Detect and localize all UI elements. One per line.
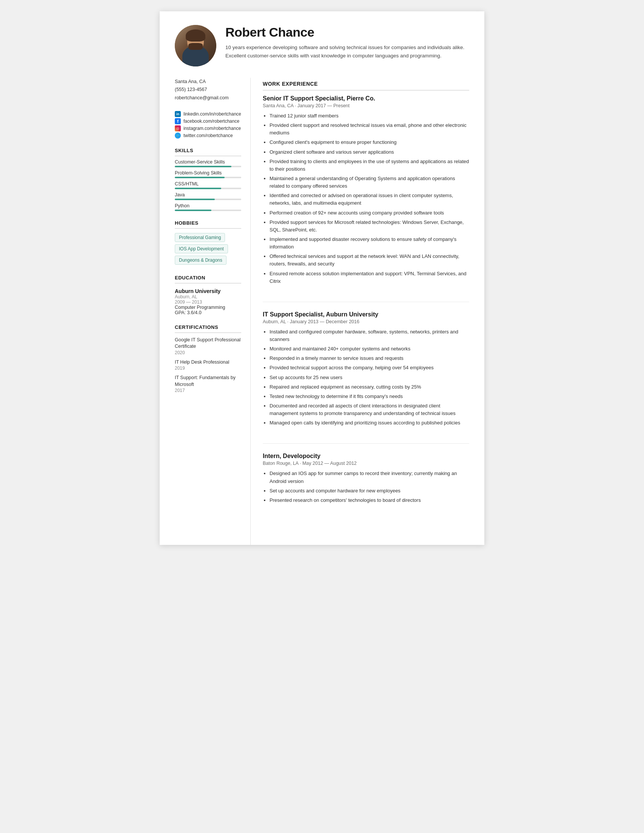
social-linkedin[interactable]: in linkedin.com/in/robertchance [175,111,241,117]
candidate-summary: 10 years experience developing software … [225,43,469,60]
job-meta-3: Baton Rouge, LA · May 2012 — August 2012 [263,461,469,466]
bullet-item: Managed open calls by identifying and pr… [270,419,469,427]
contact-email: robertchance@gmail.com [175,94,241,102]
hobby-tag: Professional Gaming [175,233,225,242]
bullet-item: Set up accounts for 25 new users [270,374,469,381]
contact-phone: (555) 123-4567 [175,86,241,94]
skill-java: Java [175,192,241,200]
job-bullets-2: Installed and configured computer hardwa… [263,328,469,427]
school-gpa: GPA: 3.6/4.0 [175,310,241,315]
bullet-item: Organized client software and various se… [270,148,469,156]
cert-helpdesk: IT Help Desk Professional [175,359,241,366]
social-facebook[interactable]: f facebook.com/robertchance [175,118,241,124]
bullet-item: Installed and configured computer hardwa… [270,328,469,343]
skill-css-html: CSS/HTML [175,181,241,189]
bullet-item: Trained 12 junior staff members [270,112,469,120]
certifications-title: CERTIFICATIONS [175,324,241,333]
skill-name: CSS/HTML [175,181,241,187]
cert-year: 2019 [175,365,241,371]
bullet-item: Implemented and supported disaster recov… [270,236,469,251]
avatar [175,25,216,66]
school-years: 2009 — 2013 [175,299,241,305]
header-text: Robert Chance 10 years experience develo… [225,25,469,60]
linkedin-icon: in [175,111,181,117]
skill-bar-bg [175,188,241,189]
skill-name: Java [175,192,241,198]
job-bullets-1: Trained 12 junior staff members Provided… [263,112,469,285]
bullet-item: Identified and corrected or advised on o… [270,192,469,207]
candidate-name: Robert Chance [225,25,469,40]
cert-year: 2017 [175,388,241,393]
job-title-1: Senior IT Support Specialist, Pierre Co. [263,95,469,102]
bullet-item: Responded in a timely manner to service … [270,355,469,362]
school-location: Auburn, AL [175,294,241,299]
bullet-item: Provided client support and resolved tec… [270,122,469,137]
contact-location: Santa Ana, CA [175,78,241,86]
skill-bar-fill [175,209,211,211]
skill-problem-solving: Problem-Solving Skills [175,170,241,178]
resume-container: Robert Chance 10 years experience develo… [160,11,484,545]
header-section: Robert Chance 10 years experience develo… [160,11,484,78]
instagram-url: instagram.com/robertchance [183,126,241,131]
bullet-item: Ensured remote access solution implement… [270,270,469,285]
hobby-tag: Dungeons & Dragons [175,256,226,265]
body-section: Santa Ana, CA (555) 123-4567 robertchanc… [160,78,484,545]
school-name: Auburn University [175,288,241,294]
skills-title: SKILLS [175,148,241,156]
cert-microsoft: IT Support: Fundamentals by Microsoft [175,375,241,388]
social-instagram[interactable]: ◎ instagram.com/robertchance [175,125,241,132]
cert-google: Google IT Support Professional Certifica… [175,337,241,350]
job-entry-1: Senior IT Support Specialist, Pierre Co.… [263,95,469,302]
sidebar: Santa Ana, CA (555) 123-4567 robertchanc… [160,78,250,545]
bullet-item: Maintained a general understanding of Op… [270,175,469,190]
social-twitter[interactable]: 🐦 twitter.com/robertchance [175,132,241,138]
skill-bar-bg [175,166,241,167]
work-experience-title: WORK EXPERIENCE [263,81,469,91]
skill-bar-bg [175,177,241,178]
skill-bar-bg [175,209,241,211]
skill-bar-fill [175,177,225,178]
school-major: Computer Programming [175,305,241,310]
bullet-item: Provided training to clients and employe… [270,158,469,173]
skills-section: SKILLS Customer-Service Skills Problem-S… [175,148,241,211]
skill-customer-service: Customer-Service Skills [175,159,241,167]
job-entry-3: Intern, Developocity Baton Rouge, LA · M… [263,453,469,521]
certifications-section: CERTIFICATIONS Google IT Support Profess… [175,324,241,394]
skill-python: Python [175,203,241,211]
bullet-item: Designed an IOS app for summer camps to … [270,470,469,485]
social-section: in linkedin.com/in/robertchance f facebo… [175,111,241,138]
facebook-url: facebook.com/robertchance [183,119,239,124]
hobbies-section: HOBBIES Professional Gaming IOS App Deve… [175,220,241,266]
linkedin-url: linkedin.com/in/robertchance [183,111,241,117]
main-content: WORK EXPERIENCE Senior IT Support Specia… [250,78,484,545]
twitter-url: twitter.com/robertchance [183,133,233,138]
job-entry-2: IT Support Specialist, Auburn University… [263,311,469,444]
facebook-icon: f [175,118,181,124]
bullet-item: Repaired and replaced equipment as neces… [270,383,469,391]
job-bullets-3: Designed an IOS app for summer camps to … [263,470,469,504]
bullet-item: Set up accounts and computer hardware fo… [270,487,469,495]
hobbies-title: HOBBIES [175,220,241,229]
bullet-item: Configured client's equipment to ensure … [270,138,469,146]
skill-bar-fill [175,166,231,167]
bullet-item: Performed creation of 92+ new accounts u… [270,209,469,217]
education-title: EDUCATION [175,275,241,284]
job-title-3: Intern, Developocity [263,453,469,460]
job-meta-2: Auburn, AL · January 2013 — December 201… [263,319,469,324]
bullet-item: Provided technical support across the co… [270,364,469,371]
skill-name: Python [175,203,241,208]
bullet-item: Provided support services for Microsoft … [270,219,469,234]
skill-name: Customer-Service Skills [175,159,241,165]
twitter-icon: 🐦 [175,132,181,138]
skill-bar-fill [175,199,215,200]
bullet-item: Monitored and maintained 240+ computer s… [270,345,469,353]
bullet-item: Tested new technology to determine if it… [270,393,469,400]
bullet-item: Presented research on competitors' techn… [270,497,469,504]
skill-name: Problem-Solving Skills [175,170,241,175]
bullet-item: Offered technical services and support a… [270,252,469,268]
education-section: EDUCATION Auburn University Auburn, AL 2… [175,275,241,315]
instagram-icon: ◎ [175,125,181,132]
skill-bar-bg [175,199,241,200]
bullet-item: Documented and recorded all aspects of c… [270,402,469,417]
job-title-2: IT Support Specialist, Auburn University [263,311,469,318]
